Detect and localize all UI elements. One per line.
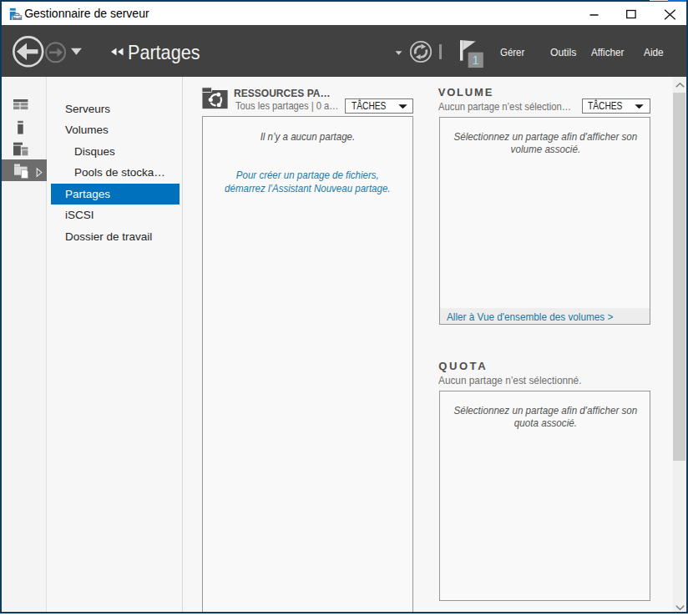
svg-text:1: 1 <box>473 53 479 67</box>
